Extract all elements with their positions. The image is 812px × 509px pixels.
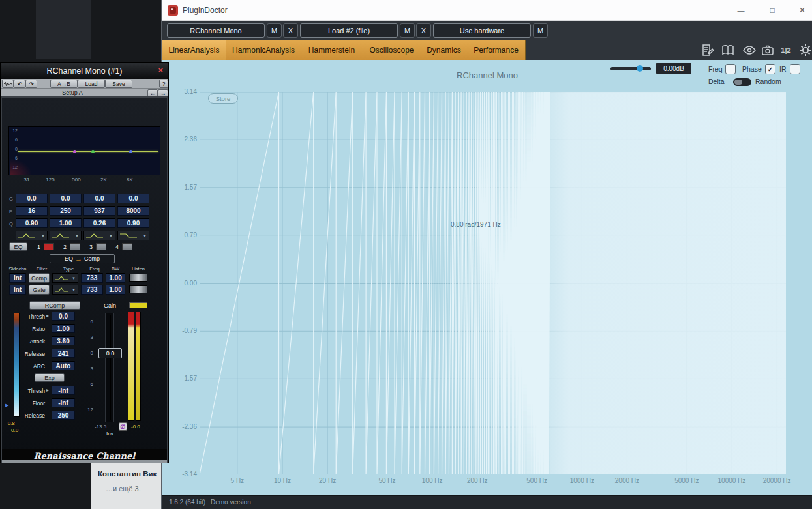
eq-q-value[interactable]: 1.00 [50, 218, 82, 228]
phase-invert-button[interactable]: ∅ [119, 422, 127, 431]
help-button[interactable]: ? [159, 80, 168, 88]
listen-button[interactable] [129, 274, 147, 282]
maximize-button[interactable]: □ [764, 3, 781, 18]
eq-graph[interactable]: 12 6 0 6 12 [8, 126, 160, 175]
titlebar[interactable]: PluginDoctor — □ × [162, 0, 812, 21]
sidechain-filter-type-dropdown[interactable]: ▼ [52, 273, 78, 283]
meter-marker-icon[interactable]: ▶ [5, 403, 8, 408]
redo-button[interactable]: ↷ [25, 80, 37, 88]
eq-to-comp-button[interactable]: EQ → Comp [50, 254, 115, 263]
eq-band-marker[interactable] [91, 150, 95, 153]
slot-a-bypass-button[interactable]: X [283, 23, 298, 38]
undo-button[interactable]: ↶ [14, 80, 25, 88]
band-4-indicator[interactable] [122, 243, 132, 250]
ir-checkbox[interactable] [790, 64, 800, 74]
gain-fader-track[interactable] [105, 313, 114, 422]
tab-hammerstein[interactable]: Hammerstein [301, 40, 363, 60]
exp-param-value[interactable]: 250 [52, 411, 75, 420]
ab-compare-button[interactable]: A→B [50, 80, 78, 88]
sidechain-route-button[interactable]: Int [9, 273, 26, 283]
notes-icon[interactable] [700, 42, 715, 58]
comp-param-value[interactable]: 0.0 [52, 312, 75, 321]
slot-a-button[interactable]: RChannel Mono [167, 23, 265, 38]
tab-harmonicanalysis[interactable]: HarmonicAnalysis [226, 40, 301, 60]
chat-window-fragment[interactable]: Константин Вик …и ещё 3. [91, 458, 161, 509]
slot-b-bypass-button[interactable]: X [416, 23, 431, 38]
load-button[interactable]: Load [78, 80, 105, 88]
band-3-indicator[interactable] [96, 243, 106, 250]
eq-q-value[interactable]: 0.26 [83, 218, 115, 228]
exp-button[interactable]: Exp [35, 373, 65, 382]
eq-q-value[interactable]: 0.90 [16, 218, 48, 228]
eq-filter-type-dropdown[interactable]: ▼ [83, 231, 115, 240]
eq-gain-value[interactable]: 0.0 [16, 194, 48, 203]
sidechain-bw-value[interactable]: 1.00 [106, 285, 125, 295]
manual-icon[interactable] [720, 42, 736, 58]
compare-1-2-icon[interactable]: 1|2 [778, 42, 794, 58]
gain-fader-thumb[interactable]: 0.0 [98, 348, 122, 358]
gain-slider[interactable] [610, 67, 651, 70]
sidechain-bw-value[interactable]: 1.00 [106, 273, 125, 283]
settings-icon[interactable] [798, 42, 812, 58]
plugin-close-icon[interactable]: × [158, 65, 163, 75]
phase-plot[interactable] [200, 92, 786, 474]
listen-button[interactable] [129, 285, 147, 293]
snapshot-icon[interactable] [760, 42, 775, 58]
plugin-titlebar[interactable]: RChannel Mono (#1) × [1, 63, 168, 79]
store-button[interactable]: Store [208, 93, 238, 104]
tab-oscilloscope[interactable]: Oscilloscope [363, 40, 421, 60]
tab-dynamics[interactable]: Dynamics [421, 40, 468, 60]
sidechain-mode-button[interactable]: Comp [29, 273, 50, 283]
hardware-mute-button[interactable]: M [533, 23, 548, 38]
eq-band-marker[interactable] [73, 150, 76, 153]
phase-checkbox[interactable]: ✓ [765, 64, 775, 74]
sidechain-route-button[interactable]: Int [9, 285, 26, 295]
eq-filter-type-dropdown[interactable]: ▼ [16, 231, 48, 240]
gain-slider-thumb[interactable] [637, 65, 643, 72]
slot-a-mute-button[interactable]: M [267, 23, 282, 38]
eq-gain-value[interactable]: 0.0 [50, 194, 82, 203]
eq-filter-type-dropdown[interactable]: ▼ [50, 231, 82, 240]
rcomp-button[interactable]: RComp [29, 301, 80, 310]
eye-icon[interactable] [742, 42, 757, 58]
eq-filter-type-dropdown[interactable]: ▼ [117, 231, 149, 240]
waveform-icon[interactable] [2, 80, 14, 88]
band-number: 1 [37, 244, 40, 250]
use-hardware-button[interactable]: Use hardware [433, 23, 531, 38]
band-2-indicator[interactable] [70, 243, 80, 250]
comp-param-value[interactable]: 241 [52, 349, 75, 358]
minimize-button[interactable]: — [732, 3, 749, 18]
tab-performance[interactable]: Performance [467, 40, 526, 60]
freq-checkbox[interactable] [725, 64, 736, 74]
sidechain-freq-value[interactable]: 733 [81, 273, 103, 283]
sidechain-header: Filter [33, 266, 50, 272]
save-button[interactable]: Save [105, 80, 132, 88]
setup-label[interactable]: Setup A [1, 89, 144, 96]
close-button[interactable]: × [794, 3, 811, 18]
gain-readout[interactable]: 0.00dB [656, 63, 691, 74]
slot-b-mute-button[interactable]: M [400, 23, 415, 38]
sidechain-filter-type-dropdown[interactable]: ▼ [52, 285, 78, 295]
eq-freq-value[interactable]: 250 [50, 206, 82, 216]
delta-toggle[interactable] [733, 78, 751, 86]
eq-freq-value[interactable]: 16 [16, 206, 48, 216]
comp-param-value[interactable]: 3.60 [52, 336, 75, 345]
eq-freq-value[interactable]: 937 [83, 206, 115, 216]
fader-arrow-icon[interactable]: ▸ [46, 387, 49, 393]
eq-band-marker[interactable] [129, 150, 132, 153]
eq-q-value[interactable]: 0.90 [117, 218, 149, 228]
comp-param-value[interactable]: 1.00 [52, 324, 75, 333]
exp-param-value[interactable]: -Inf [52, 398, 75, 407]
band-1-indicator[interactable] [44, 243, 54, 250]
eq-enable-button[interactable]: EQ [9, 242, 27, 251]
comp-param-value[interactable]: Auto [52, 361, 75, 370]
exp-param-value[interactable]: -Inf [52, 386, 75, 395]
eq-gain-value[interactable]: 0.0 [117, 194, 149, 203]
slot-b-button[interactable]: Load #2 (file) [300, 23, 398, 38]
tab-linearanalysis[interactable]: LinearAnalysis [162, 40, 227, 60]
eq-freq-value[interactable]: 8000 [117, 206, 149, 216]
sidechain-freq-value[interactable]: 733 [81, 285, 103, 295]
fader-arrow-icon[interactable]: ▸ [46, 313, 49, 319]
sidechain-mode-button[interactable]: Gate [29, 285, 50, 295]
eq-gain-value[interactable]: 0.0 [83, 194, 115, 203]
